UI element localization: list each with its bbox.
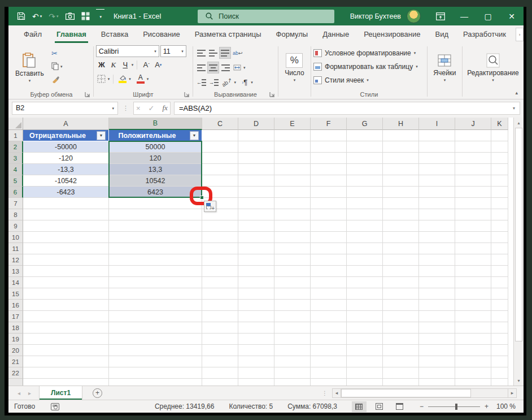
cell-B18[interactable] [109, 322, 202, 334]
cell-styles-button[interactable]: Стили ячеек ▾ [313, 74, 425, 86]
column-header-J[interactable]: J [455, 118, 491, 130]
cell-F5[interactable] [311, 175, 347, 187]
tab-Разработчик[interactable]: Разработчик [456, 25, 513, 43]
cell-A11[interactable] [23, 243, 109, 254]
zoom-slider-thumb[interactable] [455, 404, 457, 410]
cell-C18[interactable] [202, 322, 238, 334]
cell-B16[interactable] [109, 300, 202, 311]
cell-B7[interactable] [109, 198, 202, 209]
cell-H14[interactable] [383, 277, 419, 288]
cell-K9[interactable] [491, 220, 508, 232]
cell-A22[interactable] [23, 367, 109, 379]
cell-J9[interactable] [455, 220, 491, 232]
cell-F12[interactable] [311, 254, 347, 266]
cell-D15[interactable] [238, 288, 274, 300]
cell-F7[interactable] [311, 198, 347, 209]
maximize-button[interactable]: ▢ [476, 7, 500, 25]
cell-E7[interactable] [274, 198, 311, 209]
cell-E2[interactable] [274, 141, 311, 153]
cell-I1[interactable] [419, 130, 455, 141]
cell-H5[interactable] [383, 175, 419, 187]
cell-A3[interactable]: -120 [23, 153, 109, 164]
row-header-22[interactable]: 22 [8, 367, 23, 379]
cell-K2[interactable] [491, 141, 508, 153]
cell-I2[interactable] [419, 141, 455, 153]
cell-I19[interactable] [419, 334, 455, 345]
cell-K15[interactable] [491, 288, 508, 300]
cell-E18[interactable] [274, 322, 311, 334]
row-header-3[interactable]: 3 [8, 153, 23, 164]
vertical-scrollbar[interactable]: ▴ ▾ [513, 118, 524, 386]
cell-G6[interactable] [347, 187, 383, 198]
cell-H4[interactable] [383, 164, 419, 175]
cell-F15[interactable] [311, 288, 347, 300]
cell-I11[interactable] [419, 243, 455, 254]
merge-center-button[interactable] [232, 62, 243, 73]
cell-C5[interactable] [202, 175, 238, 187]
cell-A13[interactable] [23, 266, 109, 277]
cell-G17[interactable] [347, 311, 383, 322]
cell-E5[interactable] [274, 175, 311, 187]
font-size-select[interactable]: 11▾ [160, 45, 186, 57]
redo-button[interactable]: ↷▾ [46, 9, 61, 24]
close-button[interactable]: ✕ [500, 7, 524, 25]
cell-I16[interactable] [419, 300, 455, 311]
scroll-left-icon[interactable]: ◂ [332, 388, 341, 398]
cell-C3[interactable] [202, 153, 238, 164]
cell-C11[interactable] [202, 243, 238, 254]
cell-A10[interactable] [23, 232, 109, 243]
align-top-button[interactable] [195, 47, 207, 59]
customize-qat-icon[interactable]: ▾ [96, 9, 105, 24]
cell-E1[interactable] [274, 130, 311, 141]
cell-G21[interactable] [347, 356, 383, 367]
tab-Главная[interactable]: Главная [49, 25, 94, 43]
cell-J20[interactable] [455, 345, 491, 356]
cell-A15[interactable] [23, 288, 109, 300]
cell-A19[interactable] [23, 334, 109, 345]
cell-B17[interactable] [109, 311, 202, 322]
tab-Разметка страницы[interactable]: Разметка страницы [187, 25, 269, 43]
tab-Рисование[interactable]: Рисование [136, 25, 187, 43]
cell-J5[interactable] [455, 175, 491, 187]
cell-J22[interactable] [455, 367, 491, 379]
format-painter-button[interactable] [50, 73, 64, 85]
cell-D9[interactable] [238, 220, 274, 232]
cell-G23[interactable] [347, 379, 383, 386]
cell-J8[interactable] [455, 209, 491, 220]
cell-G12[interactable] [347, 254, 383, 266]
cell-H22[interactable] [383, 367, 419, 379]
cell-B20[interactable] [109, 345, 202, 356]
cell-I14[interactable] [419, 277, 455, 288]
cell-C19[interactable] [202, 334, 238, 345]
cell-A7[interactable] [23, 198, 109, 209]
cell-B15[interactable] [109, 288, 202, 300]
cell-E6[interactable] [274, 187, 311, 198]
align-left-button[interactable] [195, 62, 207, 73]
cell-G22[interactable] [347, 367, 383, 379]
row-header-11[interactable]: 11 [8, 243, 23, 254]
cell-H2[interactable] [383, 141, 419, 153]
cell-F8[interactable] [311, 209, 347, 220]
horizontal-scrollbar[interactable]: ⋮ ◂ ▸ [322, 388, 517, 398]
save-icon[interactable] [14, 9, 28, 24]
cell-H1[interactable] [383, 130, 419, 141]
font-name-select[interactable]: Calibri▾ [96, 45, 159, 57]
cell-K5[interactable] [491, 175, 508, 187]
cell-G20[interactable] [347, 345, 383, 356]
cell-B9[interactable] [109, 220, 202, 232]
cell-J4[interactable] [455, 164, 491, 175]
cell-G1[interactable] [347, 130, 383, 141]
cell-B3[interactable]: 120 [109, 153, 202, 164]
cell-F1[interactable] [311, 130, 347, 141]
cell-K22[interactable] [491, 367, 508, 379]
decrease-font-button[interactable]: А▾ [152, 59, 164, 71]
add-sheet-button[interactable]: + [93, 388, 102, 398]
cell-K21[interactable] [491, 356, 508, 367]
font-dialog-launcher-icon[interactable] [184, 91, 190, 98]
cell-J13[interactable] [455, 266, 491, 277]
cell-K20[interactable] [491, 345, 508, 356]
cell-D2[interactable] [238, 141, 274, 153]
cell-B5[interactable]: 10542 [109, 175, 202, 187]
user-name[interactable]: Виктор Бухтеев [350, 12, 401, 20]
conditional-formatting-button[interactable]: Условное форматирование ▾ [313, 47, 425, 59]
